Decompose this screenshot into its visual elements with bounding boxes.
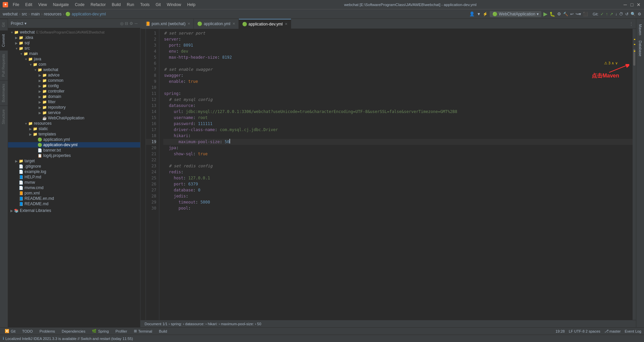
git-branch-indicator[interactable]: ⎇ master (604, 329, 621, 333)
menu-window[interactable]: Window (164, 2, 184, 8)
tree-item-src[interactable]: ▾ 📁 src (8, 46, 140, 51)
tree-item-webchat-pkg[interactable]: ▾ 📁 webchat (8, 67, 140, 72)
breadcrumb-resources[interactable]: resources (44, 12, 62, 16)
profile-button[interactable]: ⚙ (557, 11, 561, 16)
tab-appdevyml[interactable]: 🟢 application-dev.yml ✕ (239, 19, 291, 29)
sidebar-tab-git[interactable]: Git (0, 19, 8, 31)
vcs-down-icon[interactable]: ▼ (477, 12, 481, 16)
breadcrumb-webchat[interactable]: webchat (3, 12, 18, 16)
project-dropdown[interactable]: 🟢 WebChatApplication ▾ (490, 11, 541, 17)
menu-code[interactable]: Code (72, 2, 87, 8)
tree-item-gitignore[interactable]: 📄 .gitignore (8, 164, 140, 169)
tab-pomxml-close[interactable]: ✕ (187, 22, 190, 25)
tree-item-appyml[interactable]: 🟢 application.yml (8, 137, 140, 142)
tree-locate-icon[interactable]: ◎ (120, 21, 123, 26)
git-down-icon[interactable]: ↓ (615, 12, 617, 16)
git-arrow-icon[interactable]: ↗ (610, 12, 613, 16)
tree-item-repository[interactable]: ▶ 📁 repository (8, 105, 140, 110)
tree-item-pomxml[interactable]: 📙 pom.xml (8, 190, 140, 196)
tree-item-config[interactable]: ▶ 📁 config (8, 83, 140, 89)
menu-file[interactable]: File (10, 2, 22, 8)
tree-item-banner[interactable]: 📄 banner.txt (8, 148, 140, 153)
tree-item-mvnw[interactable]: 📄 mvnw (8, 180, 140, 185)
menu-run[interactable]: Run (124, 2, 137, 8)
run-config-icon[interactable]: ⚡ (483, 12, 488, 16)
tree-item-readmemd[interactable]: 📘 README.md (8, 201, 140, 207)
bottom-tab-dependencies[interactable]: Dependencies (60, 328, 87, 335)
menu-git[interactable]: Git (153, 2, 163, 8)
sidebar-tab-bookmarks[interactable]: Bookmarks (0, 80, 8, 106)
code-editor[interactable]: # set server port server: port: 8091 env… (159, 29, 633, 320)
debug-button[interactable]: 🐛 (549, 11, 555, 17)
tree-item-appdevyml[interactable]: 🟢 application-dev.yml (8, 142, 140, 148)
tree-item-static[interactable]: ▶ 📁 static (8, 126, 140, 131)
undo-button[interactable]: ↩ (570, 12, 574, 16)
tree-item-examplelog[interactable]: 📄 example.log (8, 169, 140, 174)
menu-navigate[interactable]: Navigate (50, 2, 71, 8)
menu-refactor[interactable]: Refactor (88, 2, 108, 8)
menu-help[interactable]: Help (184, 2, 198, 8)
close-button[interactable]: ✕ (636, 2, 641, 7)
tree-item-resources[interactable]: ▾ 📁 resources (8, 121, 140, 126)
bottom-tab-git[interactable]: 🔀 Git (3, 328, 17, 335)
menu-tools[interactable]: Tools (138, 2, 152, 8)
breadcrumb-file[interactable]: 🟢 application-dev.yml (65, 12, 106, 16)
breadcrumb-main[interactable]: main (31, 12, 40, 16)
stop-button[interactable]: ⬛ (583, 12, 588, 16)
tree-item-target[interactable]: ▶ 📁 target (8, 158, 140, 164)
tree-close-icon[interactable]: ─ (135, 21, 138, 26)
git-check-icon[interactable]: ✓ (600, 12, 604, 16)
git-revert-icon[interactable]: ↺ (625, 12, 629, 16)
sidebar-tab-structure[interactable]: Structure (0, 106, 8, 128)
tree-item-readmeenmd[interactable]: 📘 README.en.md (8, 196, 140, 201)
tab-appyml-close[interactable]: ✕ (232, 22, 235, 25)
bottom-tab-profiler[interactable]: Profiler (113, 328, 129, 335)
tree-item-service[interactable]: ▶ 📁 service (8, 110, 140, 115)
tree-item-filter[interactable]: ▶ 📁 filter (8, 99, 140, 105)
tree-item-webchatapp[interactable]: ☕ WebChatApplication (8, 115, 140, 121)
tree-item-templates[interactable]: ▶ 📁 templates (8, 131, 140, 137)
maximize-button[interactable]: □ (629, 2, 635, 7)
tab-appdevyml-close[interactable]: ✕ (285, 22, 287, 26)
menu-edit[interactable]: Edit (22, 2, 35, 8)
bottom-tab-build[interactable]: Build (157, 328, 169, 335)
tree-item-controller[interactable]: ▶ 📁 controller (8, 89, 140, 94)
tree-item-helpmd[interactable]: 📘 HELP.md (8, 174, 140, 180)
tree-settings-icon[interactable]: ⚙ (129, 21, 133, 26)
menu-build[interactable]: Build (109, 2, 123, 8)
tree-item-idea[interactable]: ▶ 📁 .idea (8, 35, 140, 40)
search-button[interactable]: 🔍 (631, 12, 636, 16)
bottom-tab-todo[interactable]: TODO (20, 328, 35, 335)
sidebar-tab-pull[interactable]: Pull Requests (0, 50, 8, 80)
tree-item-external-libs[interactable]: ▶ 📚 External Libraries (8, 208, 140, 213)
tree-item-com[interactable]: ▾ 📁 com (8, 62, 140, 67)
settings-button[interactable]: ⚙ (638, 12, 641, 16)
bottom-tab-terminal[interactable]: ⊞ Terminal (132, 328, 154, 335)
redo-dropdown[interactable]: ↪▾ (576, 12, 581, 16)
tree-item-log4j[interactable]: 📋 log4j.properties (8, 153, 140, 158)
build-button[interactable]: 🔨 (563, 12, 568, 16)
tree-item-mvnwcmd[interactable]: 📄 mvnw.cmd (8, 185, 140, 190)
tree-root-webchat[interactable]: ▾ 📁 webchat E:\SoftwareProgramClass\JAVA… (8, 30, 140, 35)
event-log-button[interactable]: Event Log (625, 329, 641, 333)
tab-more-icon[interactable]: ⋮ (627, 21, 636, 26)
minimize-button[interactable]: ─ (623, 2, 628, 7)
tree-item-domain[interactable]: ▶ 📁 domain (8, 94, 140, 99)
git-up-icon[interactable]: ↑ (606, 12, 608, 16)
tree-item-main[interactable]: ▾ 📁 main (8, 51, 140, 56)
run-button[interactable]: ▶ (543, 11, 547, 17)
sidebar-tab-commit[interactable]: Commit (0, 31, 8, 50)
git-history-icon[interactable]: ⏱ (619, 12, 623, 16)
tree-item-sql[interactable]: ▶ 📁 sql (8, 40, 140, 46)
vcs-profile-icon[interactable]: 👤 (469, 11, 475, 16)
tab-pomxml[interactable]: 📙 pom.xml (webchat) ✕ (142, 19, 194, 29)
menu-view[interactable]: View (36, 2, 50, 8)
tree-item-common[interactable]: ▶ 📁 common (8, 78, 140, 83)
tree-item-java[interactable]: ▾ 📁 java (8, 56, 140, 62)
breadcrumb-src[interactable]: src (22, 12, 27, 16)
right-panel-maven[interactable]: Maven (638, 21, 643, 38)
bottom-tab-problems[interactable]: Problems (38, 328, 57, 335)
tree-item-advice[interactable]: ▶ 📁 advice (8, 72, 140, 78)
right-panel-database[interactable]: Database (638, 38, 643, 59)
tab-appyml[interactable]: 🟢 application.yml ✕ (194, 19, 238, 29)
